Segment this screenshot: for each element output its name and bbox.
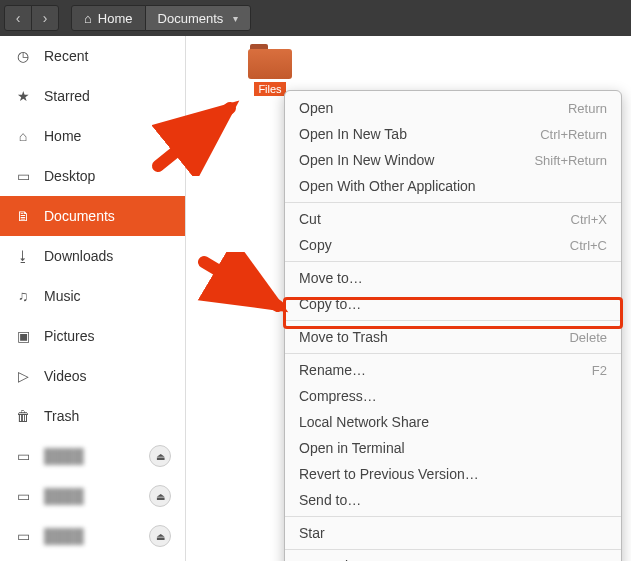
menu-item-label: Open With Other Application [299, 178, 476, 194]
menu-item-label: Open in Terminal [299, 440, 405, 456]
chevron-down-icon: ▾ [233, 13, 238, 24]
menu-item-compress-[interactable]: Compress… [285, 383, 621, 409]
sidebar-item-label: Music [44, 288, 81, 304]
home-icon: ⌂ [84, 11, 92, 26]
documents-icon: 🗎 [14, 208, 32, 224]
desktop-icon: ▭ [14, 168, 32, 184]
menu-item-local-network-share[interactable]: Local Network Share [285, 409, 621, 435]
download-icon: ⭳ [14, 248, 32, 264]
sidebar-item-music[interactable]: ♫Music [0, 276, 185, 316]
sidebar-drive[interactable]: ▭████⏏ [0, 436, 185, 476]
sidebar-drive[interactable]: ▭████⏏ [0, 556, 185, 561]
disk-icon: ▭ [14, 528, 32, 544]
menu-item-properties[interactable]: PropertiesCtrl+I [285, 553, 621, 561]
menu-item-label: Revert to Previous Version… [299, 466, 479, 482]
menu-item-label: Copy [299, 237, 332, 253]
sidebar-item-label: Pictures [44, 328, 95, 344]
star-icon: ★ [14, 88, 32, 104]
sidebar-item-label: Downloads [44, 248, 113, 264]
sidebar-item-home[interactable]: ⌂Home [0, 116, 185, 156]
pictures-icon: ▣ [14, 328, 32, 344]
menu-separator [285, 320, 621, 321]
eject-button[interactable]: ⏏ [149, 485, 171, 507]
clock-icon: ◷ [14, 48, 32, 64]
sidebar-item-documents[interactable]: 🗎Documents [0, 196, 185, 236]
menu-separator [285, 549, 621, 550]
breadcrumb-home[interactable]: ⌂ Home [71, 5, 146, 31]
menu-item-open-in-new-tab[interactable]: Open In New TabCtrl+Return [285, 121, 621, 147]
sidebar-item-pictures[interactable]: ▣Pictures [0, 316, 185, 356]
menu-item-copy-to-[interactable]: Copy to… [285, 291, 621, 317]
menu-item-cut[interactable]: CutCtrl+X [285, 206, 621, 232]
menu-item-move-to-[interactable]: Move to… [285, 265, 621, 291]
menu-separator [285, 353, 621, 354]
sidebar-item-starred[interactable]: ★Starred [0, 76, 185, 116]
menu-item-label: Open [299, 100, 333, 116]
folder-icon [248, 42, 292, 80]
sidebar-item-trash[interactable]: 🗑Trash [0, 396, 185, 436]
menu-item-label: Move to Trash [299, 329, 388, 345]
path-toolbar: ‹ › ⌂ Home Documents ▾ [0, 0, 631, 36]
drive-label: ████ [44, 448, 84, 464]
menu-item-shortcut: Return [568, 101, 607, 116]
eject-button[interactable]: ⏏ [149, 445, 171, 467]
menu-item-label: Move to… [299, 270, 363, 286]
menu-separator [285, 261, 621, 262]
folder-label: Files [254, 82, 285, 96]
menu-item-open-in-new-window[interactable]: Open In New WindowShift+Return [285, 147, 621, 173]
breadcrumb: ⌂ Home Documents ▾ [71, 5, 251, 31]
sidebar-drive[interactable]: ▭████⏏ [0, 476, 185, 516]
menu-item-send-to-[interactable]: Send to… [285, 487, 621, 513]
sidebar-item-videos[interactable]: ▷Videos [0, 356, 185, 396]
menu-item-shortcut: Shift+Return [534, 153, 607, 168]
home-icon: ⌂ [14, 128, 32, 144]
menu-item-label: Local Network Share [299, 414, 429, 430]
menu-item-label: Open In New Window [299, 152, 434, 168]
sidebar-item-label: Documents [44, 208, 115, 224]
menu-item-shortcut: Ctrl+X [571, 212, 607, 227]
breadcrumb-current-label: Documents [158, 11, 224, 26]
menu-item-label: Open In New Tab [299, 126, 407, 142]
sidebar: ◷Recent★Starred⌂Home▭Desktop🗎Documents⭳D… [0, 36, 186, 561]
menu-item-revert-to-previous-version-[interactable]: Revert to Previous Version… [285, 461, 621, 487]
sidebar-item-recent[interactable]: ◷Recent [0, 36, 185, 76]
context-menu: OpenReturnOpen In New TabCtrl+ReturnOpen… [284, 90, 622, 561]
back-button[interactable]: ‹ [4, 5, 32, 31]
trash-icon: 🗑 [14, 408, 32, 424]
menu-item-shortcut: Delete [569, 330, 607, 345]
music-icon: ♫ [14, 288, 32, 304]
menu-item-label: Copy to… [299, 296, 361, 312]
menu-item-open[interactable]: OpenReturn [285, 95, 621, 121]
forward-button[interactable]: › [31, 5, 59, 31]
menu-item-label: Star [299, 525, 325, 541]
sidebar-drive[interactable]: ▭████⏏ [0, 516, 185, 556]
breadcrumb-current[interactable]: Documents ▾ [145, 5, 252, 31]
menu-item-label: Cut [299, 211, 321, 227]
breadcrumb-home-label: Home [98, 11, 133, 26]
sidebar-item-label: Starred [44, 88, 90, 104]
menu-item-copy[interactable]: CopyCtrl+C [285, 232, 621, 258]
menu-item-open-with-other-application[interactable]: Open With Other Application [285, 173, 621, 199]
menu-item-star[interactable]: Star [285, 520, 621, 546]
sidebar-item-label: Home [44, 128, 81, 144]
sidebar-item-desktop[interactable]: ▭Desktop [0, 156, 185, 196]
menu-item-rename-[interactable]: Rename…F2 [285, 357, 621, 383]
sidebar-item-label: Trash [44, 408, 79, 424]
menu-item-move-to-trash[interactable]: Move to TrashDelete [285, 324, 621, 350]
menu-separator [285, 202, 621, 203]
menu-item-shortcut: F2 [592, 363, 607, 378]
sidebar-item-label: Desktop [44, 168, 95, 184]
drive-label: ████ [44, 528, 84, 544]
menu-item-open-in-terminal[interactable]: Open in Terminal [285, 435, 621, 461]
disk-icon: ▭ [14, 488, 32, 504]
menu-item-label: Compress… [299, 388, 377, 404]
menu-item-shortcut: Ctrl+Return [540, 127, 607, 142]
drive-label: ████ [44, 488, 84, 504]
menu-separator [285, 516, 621, 517]
sidebar-item-label: Videos [44, 368, 87, 384]
menu-item-shortcut: Ctrl+C [570, 238, 607, 253]
sidebar-item-downloads[interactable]: ⭳Downloads [0, 236, 185, 276]
menu-item-label: Send to… [299, 492, 361, 508]
eject-button[interactable]: ⏏ [149, 525, 171, 547]
disk-icon: ▭ [14, 448, 32, 464]
